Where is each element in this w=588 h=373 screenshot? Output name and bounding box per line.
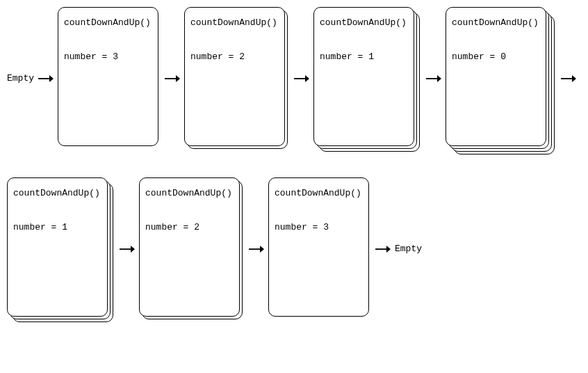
row-2: countDownAndUp() number = 1 countDownAnd… xyxy=(7,177,581,320)
stack-frame: countDownAndUp() number = 1 xyxy=(7,177,108,317)
variable: number = 0 xyxy=(452,51,540,62)
stack-frame: countDownAndUp() number = 3 xyxy=(58,7,158,146)
variable: number = 2 xyxy=(145,222,234,232)
empty-label-start: Empty xyxy=(7,73,34,84)
call-stack: countDownAndUp() number = 0 xyxy=(446,7,557,150)
svg-marker-1 xyxy=(49,75,54,82)
stack-frame: countDownAndUp() number = 0 xyxy=(446,7,546,146)
function-name: countDownAndUp() xyxy=(275,188,363,198)
svg-marker-11 xyxy=(131,246,135,253)
svg-marker-13 xyxy=(260,246,264,253)
variable: number = 1 xyxy=(320,51,408,62)
arrow-icon xyxy=(38,74,54,83)
function-name: countDownAndUp() xyxy=(452,17,540,28)
arrow-icon xyxy=(294,74,309,83)
function-name: countDownAndUp() xyxy=(64,17,152,28)
stack-frame: countDownAndUp() number = 2 xyxy=(139,177,240,317)
svg-marker-3 xyxy=(176,75,180,82)
arrow-icon xyxy=(426,74,441,83)
function-name: countDownAndUp() xyxy=(145,188,234,198)
stack-frame: countDownAndUp() number = 1 xyxy=(313,7,414,146)
arrow-icon xyxy=(120,245,135,253)
call-stack: countDownAndUp() number = 3 xyxy=(58,7,161,150)
variable: number = 1 xyxy=(13,222,101,232)
call-stack: countDownAndUp() number = 2 xyxy=(139,177,245,320)
call-stack: countDownAndUp() number = 1 xyxy=(7,177,115,320)
call-stack: countDownAndUp() number = 1 xyxy=(313,7,422,150)
row-1: Empty countDownAndUp() number = 3 countD… xyxy=(7,7,581,150)
svg-marker-15 xyxy=(386,246,391,253)
function-name: countDownAndUp() xyxy=(190,17,279,28)
arrow-icon xyxy=(165,74,180,83)
arrow-icon xyxy=(249,245,264,253)
stack-frame: countDownAndUp() number = 3 xyxy=(268,177,369,317)
arrow-icon xyxy=(375,245,391,253)
variable: number = 3 xyxy=(64,51,152,62)
arrow-icon xyxy=(561,74,576,83)
svg-marker-9 xyxy=(572,75,576,82)
call-stack: countDownAndUp() number = 3 xyxy=(268,177,371,320)
svg-marker-5 xyxy=(305,75,309,82)
function-name: countDownAndUp() xyxy=(320,17,408,28)
svg-marker-7 xyxy=(437,75,441,82)
empty-label-end: Empty xyxy=(395,244,422,254)
variable: number = 2 xyxy=(190,51,279,62)
variable: number = 3 xyxy=(275,222,363,232)
call-stack: countDownAndUp() number = 2 xyxy=(184,7,290,150)
stack-frame: countDownAndUp() number = 2 xyxy=(184,7,285,146)
function-name: countDownAndUp() xyxy=(13,188,101,198)
